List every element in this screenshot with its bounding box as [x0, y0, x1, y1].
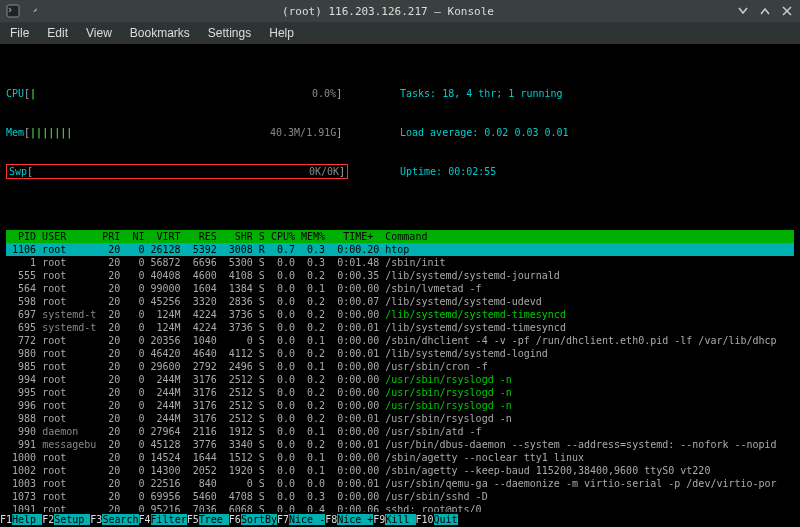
process-row[interactable]: 985 root 20 0 29600 2792 2496 S 0.0 0.1 …: [6, 360, 794, 373]
fkey-f4[interactable]: F4Filter: [139, 514, 187, 525]
function-key-bar: F1Help F2Setup F3SearchF4FilterF5Tree F6…: [0, 512, 800, 527]
process-row[interactable]: 990 daemon 20 0 27964 2116 1912 S 0.0 0.…: [6, 425, 794, 438]
process-row[interactable]: 564 root 20 0 99000 1604 1384 S 0.0 0.1 …: [6, 282, 794, 295]
menu-edit[interactable]: Edit: [47, 26, 68, 40]
menu-help[interactable]: Help: [269, 26, 294, 40]
swap-highlight-box: Swp[0K/0K]: [6, 164, 348, 179]
fkey-f7[interactable]: F7Nice -: [277, 514, 325, 525]
fkey-f9[interactable]: F9Kill: [373, 514, 415, 525]
fkey-f1[interactable]: F1Help: [0, 514, 42, 525]
fkey-f5[interactable]: F5Tree: [187, 514, 229, 525]
process-row[interactable]: 1000 root 20 0 14524 1644 1512 S 0.0 0.1…: [6, 451, 794, 464]
terminal-icon: [6, 4, 20, 18]
mem-label: Mem: [6, 127, 24, 138]
menu-file[interactable]: File: [10, 26, 29, 40]
load-stat: Load average: 0.02 0.03 0.01: [400, 126, 569, 139]
process-row[interactable]: 988 root 20 0 244M 3176 2512 S 0.0 0.2 0…: [6, 412, 794, 425]
tasks-stat: Tasks: 18, 4 thr; 1 running: [400, 87, 569, 100]
fkey-f6[interactable]: F6SortBy: [229, 514, 277, 525]
cpu-label: CPU: [6, 88, 24, 99]
process-row[interactable]: 1073 root 20 0 69956 5460 4708 S 0.0 0.3…: [6, 490, 794, 503]
process-row[interactable]: 1003 root 20 0 22516 840 0 S 0.0 0.0 0:0…: [6, 477, 794, 490]
process-row[interactable]: 991 messagebu 20 0 45128 3776 3340 S 0.0…: [6, 438, 794, 451]
uptime-stat: Uptime: 00:02:55: [400, 165, 569, 178]
fkey-f2[interactable]: F2Setup: [42, 514, 90, 525]
process-row[interactable]: 772 root 20 0 20356 1040 0 S 0.0 0.1 0:0…: [6, 334, 794, 347]
process-header[interactable]: PID USER PRI NI VIRT RES SHR S CPU% MEM%…: [6, 230, 794, 243]
terminal-output[interactable]: CPU[|0.0%] Mem[|||||||40.3M/1.91G] Swp[0…: [0, 44, 800, 527]
menu-view[interactable]: View: [86, 26, 112, 40]
fkey-f3[interactable]: F3Search: [90, 514, 138, 525]
process-row[interactable]: 994 root 20 0 244M 3176 2512 S 0.0 0.2 0…: [6, 373, 794, 386]
process-row[interactable]: 995 root 20 0 244M 3176 2512 S 0.0 0.2 0…: [6, 386, 794, 399]
process-row[interactable]: 1 root 20 0 56872 6696 5300 S 0.0 0.3 0:…: [6, 256, 794, 269]
process-row[interactable]: 598 root 20 0 45256 3320 2836 S 0.0 0.2 …: [6, 295, 794, 308]
svg-rect-0: [7, 5, 19, 17]
maximize-icon[interactable]: [758, 4, 772, 18]
window-title: (root) 116.203.126.217 — Konsole: [40, 5, 736, 18]
menu-bookmarks[interactable]: Bookmarks: [130, 26, 190, 40]
process-row[interactable]: 555 root 20 0 40408 4600 4108 S 0.0 0.2 …: [6, 269, 794, 282]
fkey-f8[interactable]: F8Nice +: [325, 514, 373, 525]
process-row[interactable]: 697 systemd-t 20 0 124M 4224 3736 S 0.0 …: [6, 308, 794, 321]
process-row[interactable]: 980 root 20 0 46420 4640 4112 S 0.0 0.2 …: [6, 347, 794, 360]
process-row[interactable]: 695 systemd-t 20 0 124M 4224 3736 S 0.0 …: [6, 321, 794, 334]
process-row-selected[interactable]: 1106 root 20 0 26128 5392 3008 R 0.7 0.3…: [6, 243, 794, 256]
menu-settings[interactable]: Settings: [208, 26, 251, 40]
menubar: FileEditViewBookmarksSettingsHelp: [0, 22, 800, 44]
fkey-f10[interactable]: F10Quit: [416, 514, 458, 525]
close-icon[interactable]: [780, 4, 794, 18]
minimize-icon[interactable]: [736, 4, 750, 18]
process-row[interactable]: 996 root 20 0 244M 3176 2512 S 0.0 0.2 0…: [6, 399, 794, 412]
window-titlebar: (root) 116.203.126.217 — Konsole: [0, 0, 800, 22]
process-row[interactable]: 1002 root 20 0 14300 2052 1920 S 0.0 0.1…: [6, 464, 794, 477]
pin-icon[interactable]: [26, 4, 40, 18]
